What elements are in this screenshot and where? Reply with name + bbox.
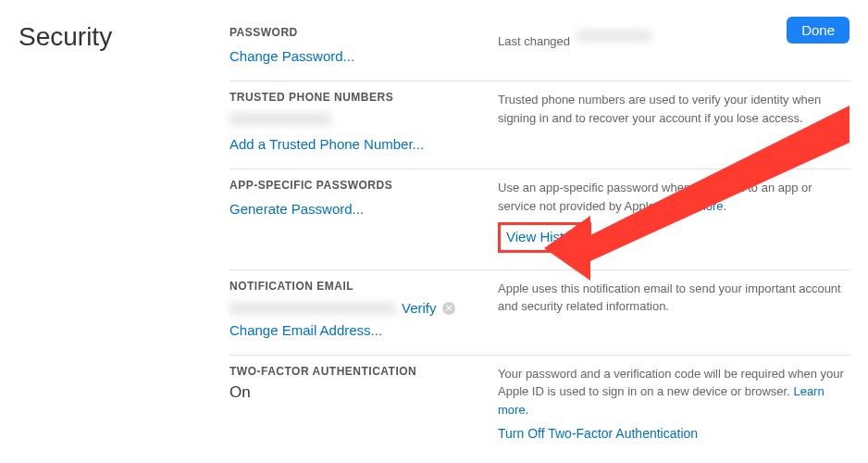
heading-password: PASSWORD <box>229 26 487 39</box>
trusted-phones-description: Trusted phone numbers are used to verify… <box>498 93 821 125</box>
last-changed-date-redacted <box>577 30 651 42</box>
heading-app-passwords: APP-SPECIFIC PASSWORDS <box>229 179 487 192</box>
add-trusted-phone-link[interactable]: Add a Trusted Phone Number... <box>229 136 424 152</box>
change-email-link[interactable]: Change Email Address... <box>229 322 382 338</box>
notification-email-description: Apple uses this notification email to se… <box>498 282 841 314</box>
view-history-link[interactable]: View History <box>506 229 583 244</box>
email-address-redacted <box>229 302 396 315</box>
section-trusted-phones: TRUSTED PHONE NUMBERS Add a Trusted Phon… <box>229 81 849 169</box>
heading-notification-email: NOTIFICATION EMAIL <box>229 280 487 293</box>
verify-link[interactable]: Verify <box>402 300 437 316</box>
section-notification-email: NOTIFICATION EMAIL Verify ✕ Change Email… <box>229 270 849 356</box>
page-title: Security <box>19 22 229 52</box>
section-two-factor: TWO-FACTOR AUTHENTICATION On Your passwo… <box>229 356 849 461</box>
view-history-highlight: View History <box>498 222 591 253</box>
two-factor-status: On <box>229 383 487 402</box>
app-passwords-learn-more-link[interactable]: Learn more. <box>662 199 726 213</box>
phone-number-redacted <box>229 113 331 126</box>
turn-off-two-factor-link[interactable]: Turn Off Two-Factor Authentication <box>498 424 698 444</box>
section-app-passwords: APP-SPECIFIC PASSWORDS Generate Password… <box>229 169 849 270</box>
section-password: PASSWORD Change Password... Last changed <box>229 17 849 81</box>
close-icon[interactable]: ✕ <box>442 302 455 315</box>
change-password-link[interactable]: Change Password... <box>229 48 354 64</box>
last-changed-label: Last changed <box>498 34 570 48</box>
heading-two-factor: TWO-FACTOR AUTHENTICATION <box>229 365 487 378</box>
app-passwords-description: Use an app-specific password when signin… <box>498 181 812 213</box>
two-factor-description: Your password and a verification code wi… <box>498 367 844 399</box>
heading-trusted-phones: TRUSTED PHONE NUMBERS <box>229 91 487 104</box>
generate-password-link[interactable]: Generate Password... <box>229 201 364 217</box>
done-button[interactable]: Done <box>787 17 849 44</box>
